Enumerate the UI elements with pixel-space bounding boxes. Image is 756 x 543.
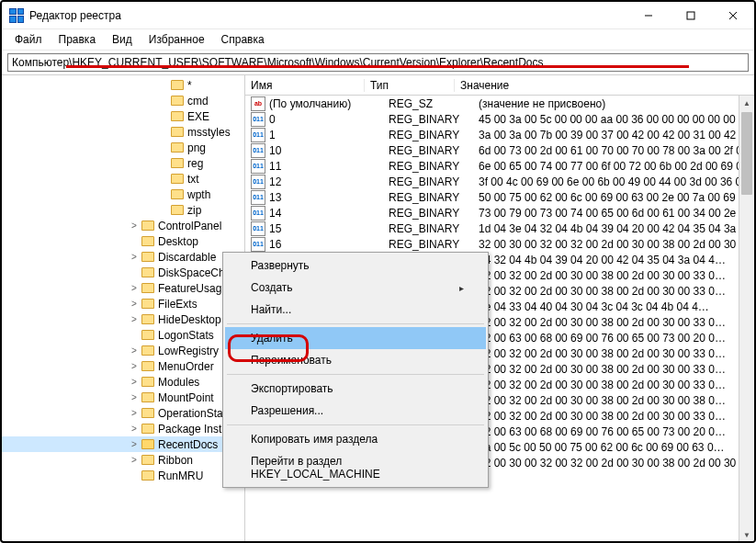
menu-view[interactable]: Вид bbox=[105, 31, 140, 48]
value-data: 6d 00 73 00 2d 00 61 00 70 00 70 00 78 0… bbox=[479, 144, 754, 157]
tree-item[interactable]: >FileExts bbox=[2, 296, 244, 311]
list-row[interactable]: 01114REG_BINARY73 00 79 00 73 00 74 00 6… bbox=[245, 205, 754, 221]
list-row[interactable]: 01110REG_BINARY6d 00 73 00 2d 00 61 00 7… bbox=[245, 142, 754, 158]
tree-item[interactable]: >FeatureUsag bbox=[2, 280, 244, 296]
tree-label: FeatureUsag bbox=[158, 282, 221, 295]
tree-item[interactable]: >RecentDocs bbox=[2, 436, 244, 452]
value-name: 12 bbox=[269, 175, 389, 188]
minimize-button[interactable] bbox=[627, 2, 670, 29]
tree-item[interactable]: LogonStats bbox=[2, 327, 244, 343]
tree-label: cmd bbox=[187, 95, 209, 107]
tree-label: ControlPanel bbox=[158, 220, 221, 232]
tree-item[interactable]: EXE bbox=[2, 108, 244, 124]
addressbar bbox=[2, 51, 754, 75]
expander-icon[interactable]: > bbox=[127, 361, 141, 371]
value-data: 32 00 30 00 32 00 32 00 2d 00 30 00 38 0… bbox=[479, 238, 754, 251]
expander-icon[interactable]: > bbox=[127, 424, 141, 434]
expander-icon[interactable]: > bbox=[127, 392, 141, 402]
tree-item[interactable]: cmd bbox=[2, 93, 244, 108]
value-icon: 011 bbox=[251, 206, 265, 221]
folder-icon bbox=[171, 205, 184, 215]
expander-icon[interactable]: > bbox=[127, 314, 141, 324]
list-row[interactable]: ab(По умолчанию)REG_SZ(значение не присв… bbox=[245, 96, 754, 111]
cm-copyname[interactable]: Копировать имя раздела bbox=[225, 428, 486, 450]
tree-item[interactable]: DiskSpaceCh bbox=[2, 265, 244, 280]
cm-delete[interactable]: Удалить bbox=[225, 327, 486, 349]
tree-item[interactable]: >ControlPanel bbox=[2, 218, 244, 233]
tree-view[interactable]: *cmdEXEmsstylespngregtxtwpthzip>ControlP… bbox=[2, 75, 245, 543]
list-row[interactable]: 0111REG_BINARY3a 00 3a 00 7b 00 39 00 37… bbox=[245, 127, 754, 142]
folder-icon bbox=[141, 361, 154, 371]
tree-item[interactable]: >LowRegistry bbox=[2, 343, 244, 358]
list-row[interactable]: 01115REG_BINARY1d 04 3e 04 32 04 4b 04 3… bbox=[245, 221, 754, 236]
column-name[interactable]: Имя bbox=[245, 79, 365, 92]
scroll-thumb[interactable] bbox=[741, 112, 752, 195]
tree-item[interactable]: >MountPoint bbox=[2, 390, 244, 405]
tree-item[interactable]: zip bbox=[2, 202, 244, 218]
scroll-down-icon[interactable]: ▼ bbox=[739, 527, 754, 543]
tree-item[interactable]: RunMRU bbox=[2, 468, 244, 483]
tree-item[interactable]: >OperationSta bbox=[2, 405, 244, 421]
tree-item[interactable]: >MenuOrder bbox=[2, 358, 244, 374]
list-row[interactable]: 01113REG_BINARY50 00 75 00 62 00 6c 00 6… bbox=[245, 189, 754, 205]
expander-icon[interactable]: > bbox=[127, 283, 141, 293]
tree-label: EXE bbox=[187, 110, 209, 123]
cm-rename[interactable]: Переименовать bbox=[225, 349, 486, 371]
value-name: 1 bbox=[269, 129, 389, 141]
cm-export[interactable]: Экспортировать bbox=[225, 378, 486, 400]
tree-label: DiskSpaceCh bbox=[158, 266, 225, 279]
list-row[interactable]: 01116REG_BINARY32 00 30 00 32 00 32 00 2… bbox=[245, 236, 754, 252]
expander-icon[interactable]: > bbox=[127, 221, 141, 231]
tree-item[interactable]: * bbox=[2, 77, 244, 93]
column-value[interactable]: Значение bbox=[455, 79, 754, 92]
menu-favorites[interactable]: Избранное bbox=[141, 31, 212, 48]
value-data: 32 00 32 00 2d 00 30 00 38 00 2d 00 30 0… bbox=[479, 269, 754, 282]
expander-icon[interactable]: > bbox=[127, 408, 141, 418]
value-name: 14 bbox=[269, 207, 389, 220]
column-type[interactable]: Тип bbox=[365, 79, 455, 92]
folder-icon bbox=[141, 252, 154, 262]
tree-item[interactable]: Desktop bbox=[2, 233, 244, 249]
cm-permissions[interactable]: Разрешения... bbox=[225, 400, 486, 422]
scroll-up-icon[interactable]: ▲ bbox=[739, 96, 754, 111]
separator bbox=[227, 323, 484, 324]
context-menu: Развернуть Создать▸ Найти... Удалить Пер… bbox=[222, 252, 489, 488]
cm-goto[interactable]: Перейти в раздел HKEY_LOCAL_MACHINE bbox=[225, 450, 486, 485]
maximize-button[interactable] bbox=[670, 2, 712, 29]
close-button[interactable] bbox=[712, 2, 754, 29]
list-row[interactable]: 01111REG_BINARY6e 00 65 00 74 00 77 00 6… bbox=[245, 158, 754, 174]
menu-file[interactable]: Файл bbox=[7, 31, 50, 48]
tree-item[interactable]: >Ribbon bbox=[2, 452, 244, 468]
tree-item[interactable]: png bbox=[2, 140, 244, 155]
list-row[interactable]: 0110REG_BINARY45 00 3a 00 5c 00 00 00 aa… bbox=[245, 111, 754, 127]
cm-create[interactable]: Создать▸ bbox=[225, 277, 486, 299]
tree-item[interactable]: >HideDesktop bbox=[2, 311, 244, 327]
value-icon: ab bbox=[251, 96, 265, 111]
tree-label: RunMRU bbox=[158, 469, 203, 482]
cm-find[interactable]: Найти... bbox=[225, 299, 486, 321]
list-row[interactable]: 01112REG_BINARY3f 00 4c 00 69 00 6e 00 6… bbox=[245, 174, 754, 189]
expander-icon[interactable]: > bbox=[127, 377, 141, 387]
menu-edit[interactable]: Правка bbox=[51, 31, 104, 48]
expander-icon[interactable]: > bbox=[127, 345, 141, 356]
vertical-scrollbar[interactable]: ▲ ▼ bbox=[739, 96, 754, 543]
value-name: 16 bbox=[269, 238, 389, 251]
expander-icon[interactable]: > bbox=[127, 252, 141, 262]
tree-item[interactable]: reg bbox=[2, 155, 244, 171]
tree-item[interactable]: wpth bbox=[2, 187, 244, 202]
tree-item[interactable]: msstyles bbox=[2, 124, 244, 140]
folder-icon bbox=[141, 283, 154, 293]
tree-item[interactable]: >Modules bbox=[2, 374, 244, 390]
cm-expand[interactable]: Развернуть bbox=[225, 255, 486, 277]
tree-item[interactable]: >Discardable bbox=[2, 249, 244, 265]
tree-label: RecentDocs bbox=[158, 438, 218, 451]
expander-icon[interactable]: > bbox=[127, 439, 141, 449]
menu-help[interactable]: Справка bbox=[214, 31, 272, 48]
address-input[interactable] bbox=[7, 53, 749, 72]
expander-icon[interactable]: > bbox=[127, 299, 141, 309]
tree-item[interactable]: >Package Inst bbox=[2, 421, 244, 436]
expander-icon[interactable]: > bbox=[127, 455, 141, 465]
tree-item[interactable]: txt bbox=[2, 171, 244, 187]
value-data: 45 00 3a 00 5c 00 00 00 aa 00 36 00 00 0… bbox=[479, 113, 754, 126]
value-data: 3a 00 5c 00 50 00 75 00 62 00 6c 00 69 0… bbox=[479, 441, 754, 454]
